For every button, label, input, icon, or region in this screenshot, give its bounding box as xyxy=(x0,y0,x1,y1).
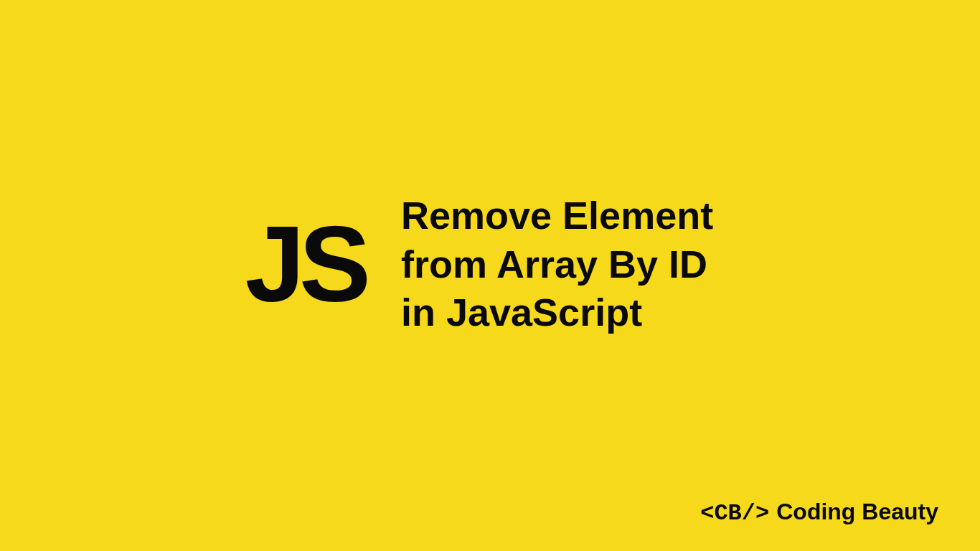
brand-name: Coding Beauty xyxy=(776,499,938,525)
main-content: JS Remove Element from Array By ID in Ja… xyxy=(245,192,735,337)
brand-tag: <CB/> xyxy=(700,500,769,527)
js-logo: JS xyxy=(245,210,365,318)
article-title: Remove Element from Array By ID in JavaS… xyxy=(401,192,735,337)
brand-footer: <CB/> Coding Beauty xyxy=(700,499,938,527)
